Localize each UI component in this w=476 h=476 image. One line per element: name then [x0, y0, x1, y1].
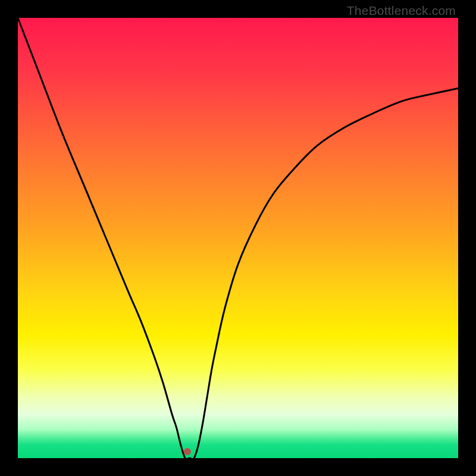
bottleneck-curve — [18, 18, 458, 458]
chart-frame: TheBottleneck.com — [0, 0, 476, 476]
watermark-text: TheBottleneck.com — [347, 4, 456, 18]
min-point-marker — [184, 448, 191, 455]
curve-layer — [18, 18, 458, 458]
plot-area — [18, 18, 458, 458]
